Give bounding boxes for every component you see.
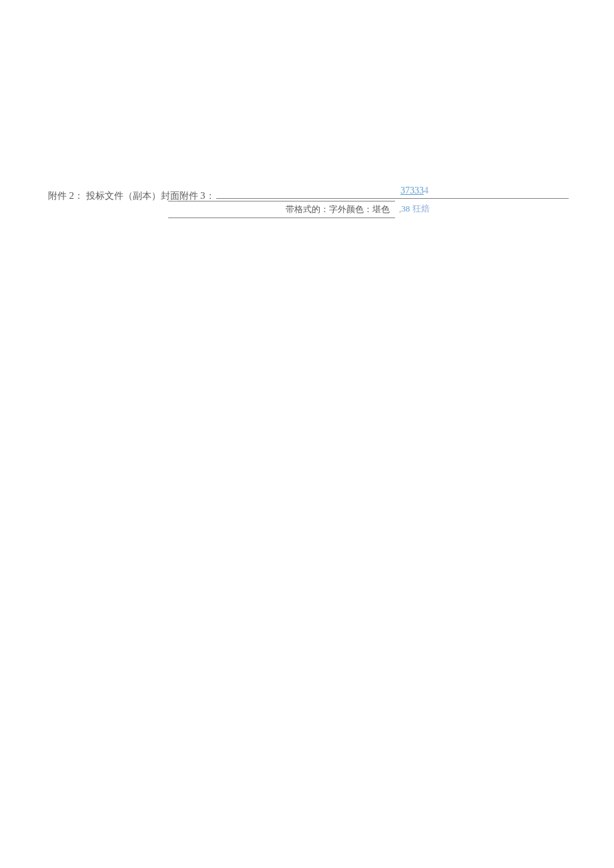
format-note-text: 带格式的：字外颜色：堪色 xyxy=(286,204,390,214)
document-content: 附件 2： 投标文件（副本）封面附件 3： xyxy=(48,187,569,202)
margin-annotation: ,38 狂焙 xyxy=(399,203,430,215)
attachment-line: 附件 2： 投标文件（副本）封面附件 3： xyxy=(48,187,569,202)
page-reference-number: 373334 xyxy=(400,185,428,196)
format-note-box: 带格式的：字外颜色：堪色 xyxy=(168,201,395,218)
underline-field xyxy=(216,187,569,199)
